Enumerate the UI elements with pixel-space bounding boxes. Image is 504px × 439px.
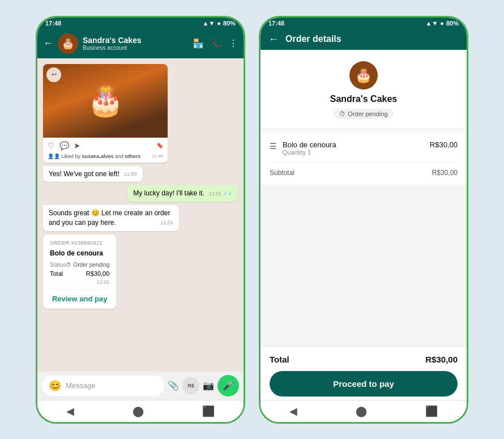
- business-subtitle: Business account: [83, 45, 188, 51]
- chat-header: ← 🎂 Sandra's Cakes Business account 🏪 📞 …: [37, 29, 244, 58]
- msg-time-2: 11:51 ✓✓: [209, 190, 232, 198]
- square-nav-icon-r[interactable]: ⬛: [425, 405, 438, 417]
- msg-text-1: Yes! We've got one left!: [49, 170, 119, 178]
- order-timestamp: 12:02: [50, 279, 109, 285]
- image-action-icons: ♡ 💬 ➤: [48, 141, 80, 150]
- image-caption: ♡ 💬 ➤ 🔖: [43, 138, 168, 154]
- status-value: ⏱ Order pending: [66, 262, 109, 268]
- od-item-row: ☰ Bolo de cenoura Quantity 1 R$30,00: [270, 140, 458, 156]
- phone-left: 17:48 ▲▼ ● 80% ← 🎂 Sandra's Cakes Busine…: [36, 16, 245, 424]
- message-placeholder: Message: [66, 381, 96, 390]
- mic-button[interactable]: 🎤: [217, 375, 239, 397]
- nav-bar-left: ◀ ⬤ ⬛: [37, 400, 244, 422]
- message-input-area[interactable]: 😊 Message: [42, 376, 164, 396]
- image-bubble: ↩ 🎂 ♡ 💬 ➤ 🔖 👤👤 Liked by susana.alves and…: [43, 64, 168, 163]
- square-nav-icon[interactable]: ⬛: [202, 405, 215, 417]
- clock-icon-od: ⏱: [339, 110, 345, 117]
- order-number: ORDER #238990321: [50, 240, 109, 246]
- avatar-right: 🎂: [349, 61, 378, 89]
- back-nav-icon[interactable]: ◀: [66, 405, 74, 417]
- total-value-right: R$30,00: [425, 355, 458, 364]
- wifi-icon-r: ●: [440, 20, 444, 27]
- shop-icon[interactable]: 🏪: [193, 38, 204, 49]
- list-icon: ☰: [270, 142, 277, 151]
- msg-time-3: 11:51: [160, 219, 173, 227]
- liked-text: 👤👤 Liked by susana.alves and others 11:4…: [43, 154, 168, 163]
- battery-icon: 80%: [223, 20, 236, 27]
- clock-icon-order: ⏱: [66, 262, 71, 268]
- order-details-title: Order details: [285, 34, 341, 44]
- od-item-price: R$30,00: [430, 140, 458, 149]
- subtotal-label: Subtotal: [270, 169, 294, 177]
- od-item-qty: Quantity 1: [283, 149, 424, 156]
- od-total-row: Total R$30,00: [270, 355, 458, 364]
- call-icon[interactable]: 📞: [211, 38, 222, 49]
- od-total-bar: Total R$30,00 Proceed to pay: [260, 346, 467, 400]
- od-business-name: Sandra's Cakes: [330, 94, 398, 104]
- od-item-name: Bolo de cenoura: [283, 140, 424, 149]
- wifi-icon: ●: [217, 20, 221, 27]
- back-button[interactable]: ←: [43, 37, 53, 49]
- od-item-info: Bolo de cenoura Quantity 1: [283, 140, 424, 156]
- back-button-right[interactable]: ←: [268, 33, 279, 45]
- home-nav-icon-r[interactable]: ⬤: [356, 405, 367, 417]
- total-label-right: Total: [270, 355, 289, 364]
- review-pay-button[interactable]: Review and pay: [50, 289, 109, 303]
- right-icons-left: ▲▼ ● 80%: [203, 20, 236, 27]
- status-bar-left: 17:48 ▲▼ ● 80%: [37, 18, 244, 29]
- image-time: 11:46: [152, 154, 163, 159]
- attach-icon[interactable]: 📎: [168, 380, 179, 391]
- business-name-header: Sandra's Cakes: [83, 36, 188, 45]
- tick-icon: ✓✓: [223, 190, 232, 197]
- order-card: ORDER #238990321 Bolo de cenoura Status …: [43, 235, 116, 309]
- time-left: 17:48: [45, 20, 61, 27]
- order-total-row: Total R$30,00: [50, 270, 109, 277]
- share-icon-overlay[interactable]: ↩: [46, 67, 61, 82]
- od-subtotal-row: Subtotal R$30,00: [270, 163, 458, 177]
- chat-header-icons: 🏪 📞 ⋮: [193, 38, 238, 49]
- right-icons-right: ▲▼ ● 80%: [426, 20, 459, 27]
- phone-right: 17:48 ▲▼ ● 80% ← Order details 🎂 Sandra'…: [259, 16, 468, 424]
- msg-text-2: My lucky day! I'll take it.: [133, 189, 204, 197]
- od-items-card: ☰ Bolo de cenoura Quantity 1 R$30,00 Sub…: [260, 133, 467, 189]
- subtotal-value: R$30,00: [432, 169, 458, 177]
- heart-icon[interactable]: ♡: [48, 141, 55, 150]
- signal-icon: ▲▼: [203, 20, 215, 27]
- time-right: 17:48: [268, 20, 284, 27]
- od-top-card: 🎂 Sandra's Cakes ⏱ Order pending: [260, 50, 467, 133]
- od-status-badge: ⏱ Order pending: [334, 109, 393, 119]
- payment-icon[interactable]: R$: [182, 377, 199, 394]
- chat-header-info: Sandra's Cakes Business account: [83, 36, 188, 51]
- order-status-row: Status ⏱ Order pending: [50, 262, 109, 268]
- emoji-icon[interactable]: 😊: [49, 380, 61, 392]
- chat-area: ↩ 🎂 ♡ 💬 ➤ 🔖 👤👤 Liked by susana.alves and…: [37, 58, 244, 372]
- nav-bar-right: ◀ ⬤ ⬛: [260, 400, 467, 422]
- order-item-name: Bolo de cenoura: [50, 249, 109, 257]
- share-icon[interactable]: ➤: [74, 141, 80, 150]
- msg-sent-1: My lucky day! I'll take it. 11:51 ✓✓: [127, 185, 238, 202]
- battery-icon-r: 80%: [446, 20, 459, 27]
- total-label: Total: [50, 270, 63, 277]
- camera-icon[interactable]: 📷: [203, 380, 214, 391]
- home-nav-icon[interactable]: ⬤: [133, 405, 144, 417]
- msg-time-1: 11:50: [124, 171, 137, 178]
- status-bar-right: 17:48 ▲▼ ● 80%: [260, 18, 467, 29]
- msg-received-1: Yes! We've got one left! 11:50: [43, 166, 143, 182]
- input-bar: 😊 Message 📎 R$ 📷 🎤: [37, 372, 244, 400]
- msg-received-2: Sounds great 😊 Let me create an order an…: [43, 205, 179, 231]
- od-spacer: [260, 189, 467, 346]
- status-label: Status: [50, 262, 66, 268]
- back-nav-icon-r[interactable]: ◀: [289, 405, 297, 417]
- bookmark-icon[interactable]: 🔖: [156, 142, 163, 148]
- order-details-header: ← Order details: [260, 29, 467, 50]
- cake-image: ↩ 🎂: [43, 64, 168, 138]
- avatar-left: 🎂: [58, 33, 78, 54]
- more-icon[interactable]: ⋮: [229, 38, 238, 49]
- comment-icon[interactable]: 💬: [59, 141, 69, 150]
- order-details-body: 🎂 Sandra's Cakes ⏱ Order pending ☰ Bolo …: [260, 50, 467, 400]
- liked-by: 👤👤 Liked by susana.alves and others: [48, 154, 140, 159]
- signal-icon-r: ▲▼: [426, 20, 438, 27]
- msg-text-3: Sounds great 😊 Let me create an order an…: [49, 209, 170, 227]
- total-value: R$30,00: [86, 270, 110, 277]
- proceed-pay-button[interactable]: Proceed to pay: [270, 371, 458, 397]
